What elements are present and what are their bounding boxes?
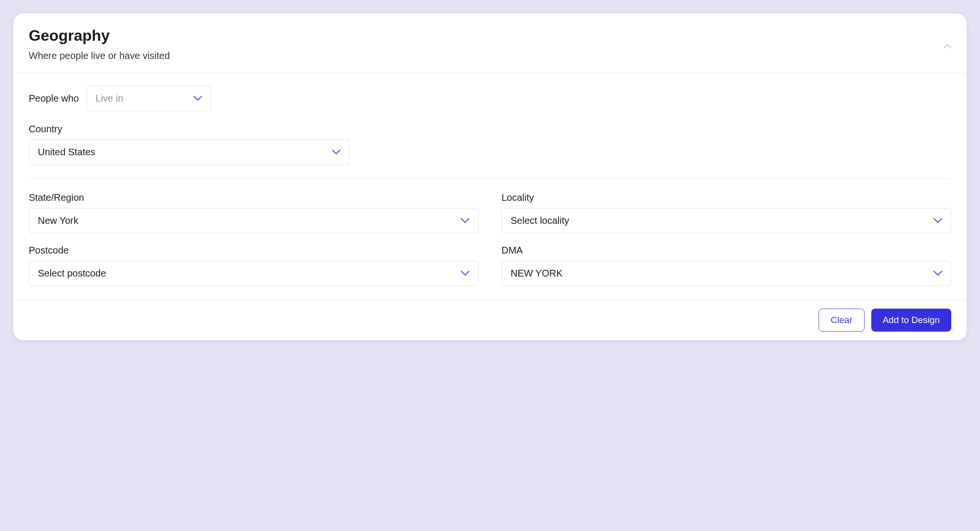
postcode-select[interactable]: Select postcode [29,261,479,286]
people-who-value: Live in [96,93,124,104]
country-field: Country United States [29,124,951,165]
chevron-up-icon [944,44,951,48]
dma-field: DMA NEW YORK [501,245,951,286]
country-value: United States [38,147,95,158]
fields-grid: State/Region New York Locality Select lo… [29,192,951,286]
country-select[interactable]: United States [29,139,350,165]
people-who-row: People who Live in [29,86,951,111]
section-divider [29,178,951,179]
country-label: Country [29,124,951,135]
dma-select[interactable]: NEW YORK [501,261,951,286]
state-region-label: State/Region [29,192,479,203]
locality-field: Locality Select locality [501,192,951,233]
card-header: Geography Where people live or have visi… [13,13,967,73]
page-subtitle: Where people live or have visited [29,50,951,61]
state-region-value: New York [38,215,79,226]
chevron-down-icon [332,150,341,155]
locality-value: Select locality [511,215,569,226]
page-title: Geography [29,27,951,45]
postcode-label: Postcode [29,245,479,256]
chevron-down-icon [194,96,202,101]
postcode-field: Postcode Select postcode [29,245,479,286]
chevron-down-icon [461,271,469,276]
card-body: People who Live in Country United States [13,73,967,300]
add-to-design-button[interactable]: Add to Design [871,309,951,332]
chevron-down-icon [461,218,469,223]
card-footer: Clear Add to Design [13,300,967,340]
dma-value: NEW YORK [511,268,563,279]
state-region-field: State/Region New York [29,192,479,233]
geography-card: Geography Where people live or have visi… [13,13,967,340]
state-region-select[interactable]: New York [29,208,479,233]
chevron-down-icon [934,271,942,276]
people-who-select[interactable]: Live in [87,86,211,111]
clear-button[interactable]: Clear [819,309,864,332]
dma-label: DMA [501,245,951,256]
postcode-value: Select postcode [38,268,106,279]
locality-label: Locality [501,192,951,203]
collapse-button[interactable] [942,40,953,52]
people-who-label: People who [29,93,79,104]
locality-select[interactable]: Select locality [501,208,951,233]
chevron-down-icon [934,218,942,223]
